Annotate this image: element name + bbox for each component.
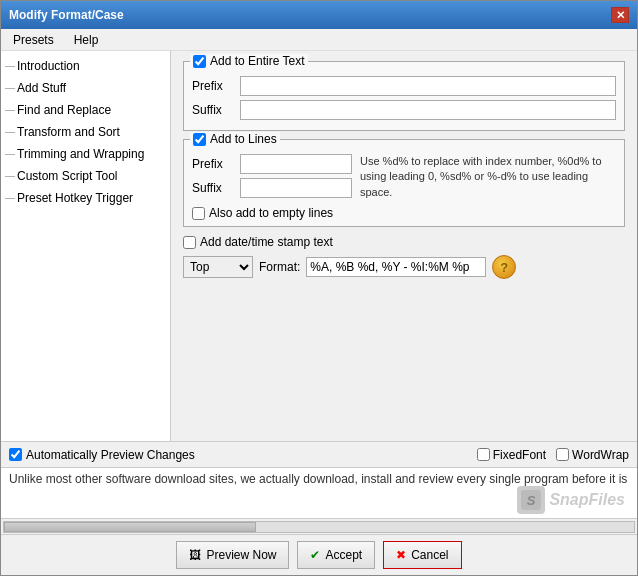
entire-text-checkbox[interactable] xyxy=(193,55,206,68)
lines-prefix-row: Prefix xyxy=(192,154,352,174)
scrollbar-track[interactable] xyxy=(3,521,635,533)
preview-now-icon: 🖼 xyxy=(189,548,201,562)
sidebar-item-find-replace[interactable]: Find and Replace xyxy=(1,99,170,121)
accept-button[interactable]: ✔ Accept xyxy=(297,541,375,569)
title-bar: Modify Format/Case ✕ xyxy=(1,1,637,29)
sidebar: Introduction Add Stuff Find and Replace … xyxy=(1,51,171,441)
auto-preview-label: Automatically Preview Changes xyxy=(26,448,195,462)
prefix-row: Prefix xyxy=(192,76,616,96)
sidebar-item-trimming-wrapping[interactable]: Trimming and Wrapping xyxy=(1,143,170,165)
cancel-icon: ✖ xyxy=(396,548,406,562)
action-bar: 🖼 Preview Now ✔ Accept ✖ Cancel xyxy=(1,535,637,575)
auto-preview-checkbox[interactable] xyxy=(9,448,22,461)
suffix-label: Suffix xyxy=(192,103,240,117)
format-label: Format: xyxy=(259,260,300,274)
sidebar-item-introduction[interactable]: Introduction xyxy=(1,55,170,77)
svg-text:S: S xyxy=(527,493,536,508)
add-lines-header: Add to Lines xyxy=(190,132,280,146)
menu-bar: Presets Help xyxy=(1,29,637,51)
format-row: Top Bottom Format: ? xyxy=(183,255,625,279)
snap-logo-icon: S xyxy=(517,486,545,514)
main-window: Modify Format/Case ✕ Presets Help Introd… xyxy=(0,0,638,576)
preview-area: Unlike most other software download site… xyxy=(1,467,637,519)
scrollbar-thumb[interactable] xyxy=(4,522,256,532)
suffix-input[interactable] xyxy=(240,100,616,120)
right-panel: Add to Entire Text Prefix Suffix Add to … xyxy=(171,51,637,441)
datetime-checkbox[interactable] xyxy=(183,236,196,249)
help-button[interactable]: ? xyxy=(492,255,516,279)
scrollbar-area[interactable] xyxy=(1,519,637,535)
prefix-label: Prefix xyxy=(192,79,240,93)
sidebar-item-preset-hotkey[interactable]: Preset Hotkey Trigger xyxy=(1,187,170,209)
also-empty-checkbox[interactable] xyxy=(192,207,205,220)
suffix-row: Suffix xyxy=(192,100,616,120)
menu-help[interactable]: Help xyxy=(70,32,103,48)
word-wrap-label[interactable]: WordWrap xyxy=(556,448,629,462)
lines-suffix-label: Suffix xyxy=(192,181,240,195)
bottom-bar: Automatically Preview Changes FixedFont … xyxy=(1,441,637,467)
add-lines-checkbox[interactable] xyxy=(193,133,206,146)
preview-now-button[interactable]: 🖼 Preview Now xyxy=(176,541,289,569)
lines-hint: Use %d% to replace with index number, %0… xyxy=(360,154,616,202)
window-title: Modify Format/Case xyxy=(9,8,124,22)
lines-left: Prefix Suffix xyxy=(192,154,352,202)
add-lines-section: Add to Lines Prefix Suffix Use xyxy=(183,139,625,227)
datetime-checkbox-row: Add date/time stamp text xyxy=(183,235,625,249)
sidebar-item-transform-sort[interactable]: Transform and Sort xyxy=(1,121,170,143)
datetime-label: Add date/time stamp text xyxy=(200,235,333,249)
sidebar-item-add-stuff[interactable]: Add Stuff xyxy=(1,77,170,99)
lines-prefix-label: Prefix xyxy=(192,157,240,171)
cancel-button[interactable]: ✖ Cancel xyxy=(383,541,461,569)
lines-prefix-input[interactable] xyxy=(240,154,352,174)
lines-suffix-input[interactable] xyxy=(240,178,352,198)
word-wrap-checkbox[interactable] xyxy=(556,448,569,461)
sidebar-item-custom-script[interactable]: Custom Script Tool xyxy=(1,165,170,187)
main-content: Introduction Add Stuff Find and Replace … xyxy=(1,51,637,441)
also-empty-label: Also add to empty lines xyxy=(209,206,333,220)
fixed-font-checkbox[interactable] xyxy=(477,448,490,461)
format-input[interactable] xyxy=(306,257,486,277)
lines-suffix-row: Suffix xyxy=(192,178,352,198)
datetime-section: Add date/time stamp text Top Bottom Form… xyxy=(183,235,625,279)
snapfiles-watermark: S SnapFiles xyxy=(517,486,625,514)
menu-presets[interactable]: Presets xyxy=(9,32,58,48)
accept-icon: ✔ xyxy=(310,548,320,562)
entire-text-header: Add to Entire Text xyxy=(190,54,308,68)
entire-text-section: Add to Entire Text Prefix Suffix xyxy=(183,61,625,131)
position-select[interactable]: Top Bottom xyxy=(183,256,253,278)
font-options: FixedFont WordWrap xyxy=(477,448,629,462)
fixed-font-label[interactable]: FixedFont xyxy=(477,448,546,462)
close-button[interactable]: ✕ xyxy=(611,7,629,23)
preview-text: Unlike most other software download site… xyxy=(9,472,629,486)
auto-preview-group: Automatically Preview Changes xyxy=(9,448,195,462)
also-empty-row: Also add to empty lines xyxy=(192,206,616,220)
prefix-input[interactable] xyxy=(240,76,616,96)
lines-row: Prefix Suffix Use %d% to replace with in… xyxy=(192,154,616,202)
